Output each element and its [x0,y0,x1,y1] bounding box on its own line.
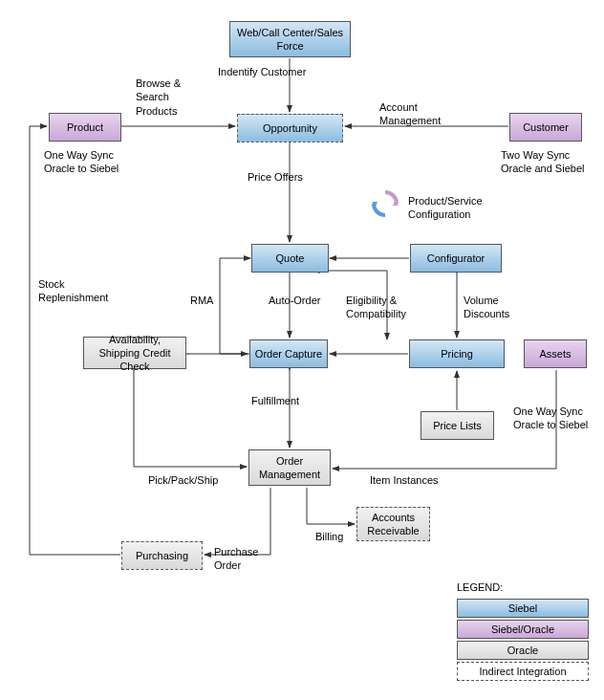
node-quote: Quote [251,244,329,273]
legend-indirect: Indirect Integration [457,662,589,681]
node-web-call: Web/Call Center/Sales Force [229,21,351,57]
node-pricing: Pricing [409,339,505,368]
annotation-two-way: Two Way Sync Oracle and Siebel [501,148,601,176]
label-eligibility: Eligibility & Compatibility [346,294,422,321]
legend-title: LEGEND: [457,581,503,593]
legend-siebel-oracle: Siebel/Oracle [457,620,589,639]
label-rma: RMA [190,294,219,307]
node-purchasing: Purchasing [121,541,203,570]
label-product-service: Product/Service Configuration [408,194,504,222]
label-pick-pack-ship: Pick/Pack/Ship [148,473,225,487]
legend-oracle: Oracle [457,641,589,660]
node-order-capture: Order Capture [249,339,328,368]
label-purchase-order: Purchase Order [214,545,271,573]
legend: LEGEND: Siebel Siebel/Oracle Oracle Indi… [457,581,591,687]
label-volume-discounts: Volume Discounts [464,294,521,321]
label-item-instances: Item Instances [370,473,456,487]
label-fulfillment: Fulfillment [251,394,309,407]
label-stock-replenishment: Stock Replenishment [38,277,124,305]
node-configurator: Configurator [410,244,502,273]
label-identify-customer: Indentify Customer [218,65,313,78]
cycle-icon [366,189,404,223]
node-order-mgmt: Order Management [248,449,331,486]
label-billing: Billing [315,530,354,543]
node-assets: Assets [524,339,587,368]
label-account-mgmt: Account Management [379,100,456,128]
annotation-one-way-1: One Way Sync Oracle to Siebel [44,148,140,176]
node-price-lists: Price Lists [421,411,494,440]
label-price-offers: Price Offers [248,170,314,184]
node-avail: Availability, Shipping Credit Check [83,337,186,369]
node-product: Product [49,113,121,142]
node-customer: Customer [509,113,582,142]
node-accounts-rec: Accounts Receivable [356,507,430,541]
legend-siebel: Siebel [457,599,589,618]
label-browse-search: Browse & Search Products [136,77,193,118]
label-auto-order: Auto-Order [269,294,326,307]
node-opportunity: Opportunity [237,114,343,142]
annotation-one-way-2: One Way Sync Oracle to Siebel [513,405,604,432]
